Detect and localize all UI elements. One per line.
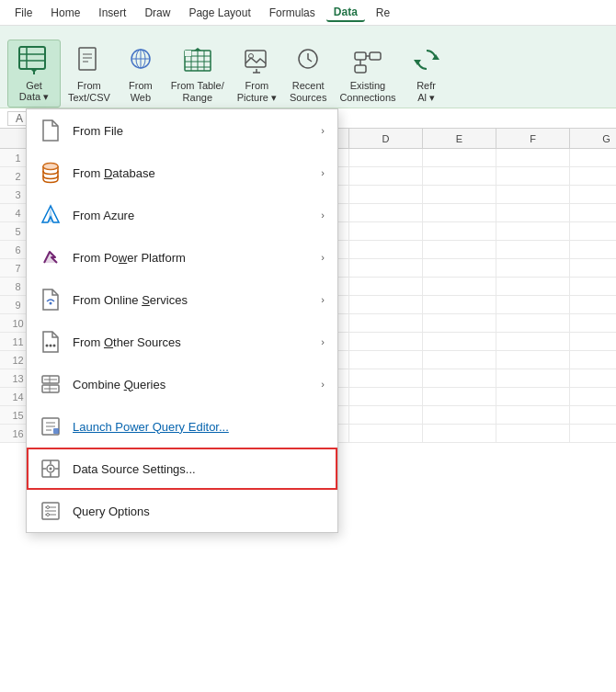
menu-home[interactable]: Home	[43, 5, 87, 21]
menu-item-data-source-settings[interactable]: Data Source Settings...	[27, 448, 337, 490]
from-picture-button[interactable]: FromPicture ▾	[232, 40, 282, 108]
from-web-icon	[126, 45, 155, 78]
recent-sources-icon	[293, 45, 323, 78]
recent-sources-label: RecentSources	[290, 80, 326, 104]
combine-queries-chevron: ›	[321, 379, 325, 390]
menu-formulas[interactable]: Formulas	[262, 5, 323, 21]
menu-item-launch-power-query-editor[interactable]: Launch Power Query Editor...	[27, 405, 337, 448]
from-text-csv-label: FromText/CSV	[68, 80, 110, 104]
from-text-csv-button[interactable]: FromText/CSV	[63, 40, 116, 108]
svg-rect-28	[355, 52, 366, 60]
launch-power-query-editor-label: Launch Power Query Editor...	[73, 420, 325, 434]
svg-rect-21	[185, 51, 191, 56]
from-text-csv-icon	[74, 45, 104, 78]
menu-item-combine-queries[interactable]: Combine Queries ›	[27, 363, 337, 405]
get-data-dropdown: From File › From Database › From Azure ›	[26, 108, 338, 533]
menu-file[interactable]: File	[7, 5, 40, 21]
refresh-all-button[interactable]: RefrAl ▾	[404, 40, 450, 108]
from-file-label: From File	[73, 124, 321, 138]
ribbon: GetData ▾ FromText/CSV FromWeb	[0, 26, 616, 108]
svg-point-65	[47, 506, 50, 509]
svg-point-42	[53, 345, 56, 347]
from-power-platform-label: From Power Platform	[73, 251, 321, 265]
query-options-label: Query Options	[73, 505, 325, 518]
svg-point-41	[46, 345, 49, 347]
svg-point-39	[50, 302, 52, 305]
refresh-all-label: RefrAl ▾	[416, 80, 436, 104]
svg-point-40	[50, 345, 52, 347]
menu-item-from-azure[interactable]: From Azure ›	[27, 194, 337, 236]
from-power-platform-chevron: ›	[321, 252, 325, 263]
from-file-icon	[38, 118, 63, 143]
from-other-sources-label: From Other Sources	[73, 335, 321, 349]
from-table-range-button[interactable]: From Table/Range	[165, 40, 230, 108]
recent-sources-button[interactable]: RecentSources	[284, 40, 332, 108]
data-source-settings-icon	[38, 456, 63, 482]
svg-marker-33	[432, 54, 439, 60]
menu-item-from-online-services[interactable]: From Online Services ›	[27, 278, 337, 321]
existing-connections-button[interactable]: ExistingConnections	[334, 40, 401, 108]
col-header-e: E	[423, 129, 496, 148]
from-online-services-icon	[38, 287, 63, 312]
svg-rect-23	[245, 51, 266, 67]
launch-power-query-editor-icon	[38, 414, 63, 439]
from-online-services-chevron: ›	[321, 294, 325, 305]
from-table-range-label: From Table/Range	[171, 80, 224, 104]
svg-rect-6	[79, 48, 96, 70]
menu-item-query-options[interactable]: Query Options	[27, 490, 337, 532]
svg-marker-22	[194, 48, 201, 51]
from-picture-label: FromPicture ▾	[237, 80, 277, 104]
svg-point-36	[43, 164, 58, 170]
from-database-icon	[38, 160, 63, 186]
from-web-button[interactable]: FromWeb	[118, 40, 164, 108]
from-azure-icon	[38, 202, 63, 228]
from-other-sources-chevron: ›	[321, 336, 325, 347]
combine-queries-icon	[38, 371, 63, 397]
query-options-icon	[38, 498, 63, 524]
menu-re[interactable]: Re	[369, 5, 397, 21]
menu-item-from-other-sources[interactable]: From Other Sources ›	[27, 321, 337, 363]
from-database-label: From Database	[73, 166, 321, 180]
from-table-range-icon	[183, 45, 212, 78]
combine-queries-label: Combine Queries	[73, 378, 321, 391]
svg-rect-0	[19, 47, 45, 69]
svg-rect-53	[53, 428, 59, 434]
existing-connections-icon	[353, 45, 382, 78]
svg-marker-34	[414, 60, 421, 65]
menu-page-layout[interactable]: Page Layout	[181, 5, 257, 21]
get-data-button[interactable]: GetData ▾	[7, 40, 61, 108]
cell-g1[interactable]	[570, 149, 616, 166]
col-header-d: D	[349, 129, 423, 148]
from-azure-chevron: ›	[321, 210, 325, 221]
menu-item-from-file[interactable]: From File ›	[27, 109, 337, 152]
refresh-all-icon	[412, 45, 441, 78]
cell-f1[interactable]	[496, 149, 570, 166]
from-database-chevron: ›	[321, 167, 325, 178]
from-file-chevron: ›	[321, 125, 325, 136]
from-other-sources-icon	[38, 329, 63, 355]
menu-item-from-power-platform[interactable]: From Power Platform ›	[27, 236, 337, 278]
menu-bar: File Home Insert Draw Page Layout Formul…	[0, 0, 616, 26]
svg-point-56	[50, 468, 52, 471]
existing-connections-label: ExistingConnections	[339, 80, 395, 104]
svg-point-66	[47, 514, 50, 516]
get-data-label: GetData ▾	[19, 80, 49, 103]
from-picture-icon	[242, 45, 271, 78]
menu-draw[interactable]: Draw	[137, 5, 177, 21]
menu-data[interactable]: Data	[326, 4, 365, 22]
menu-insert[interactable]: Insert	[91, 5, 133, 21]
from-power-platform-icon	[38, 244, 63, 270]
col-header-f: F	[496, 129, 570, 148]
from-online-services-label: From Online Services	[73, 293, 321, 307]
from-azure-label: From Azure	[73, 209, 321, 222]
menu-item-from-database[interactable]: From Database ›	[27, 152, 337, 194]
svg-rect-29	[370, 52, 381, 60]
get-data-icon	[17, 45, 51, 80]
svg-rect-31	[355, 65, 366, 73]
cell-e1[interactable]	[423, 149, 496, 166]
data-source-settings-label: Data Source Settings...	[73, 462, 325, 476]
col-header-g: G	[570, 129, 616, 148]
cell-d1[interactable]	[349, 149, 423, 166]
from-web-label: FromWeb	[129, 80, 153, 104]
